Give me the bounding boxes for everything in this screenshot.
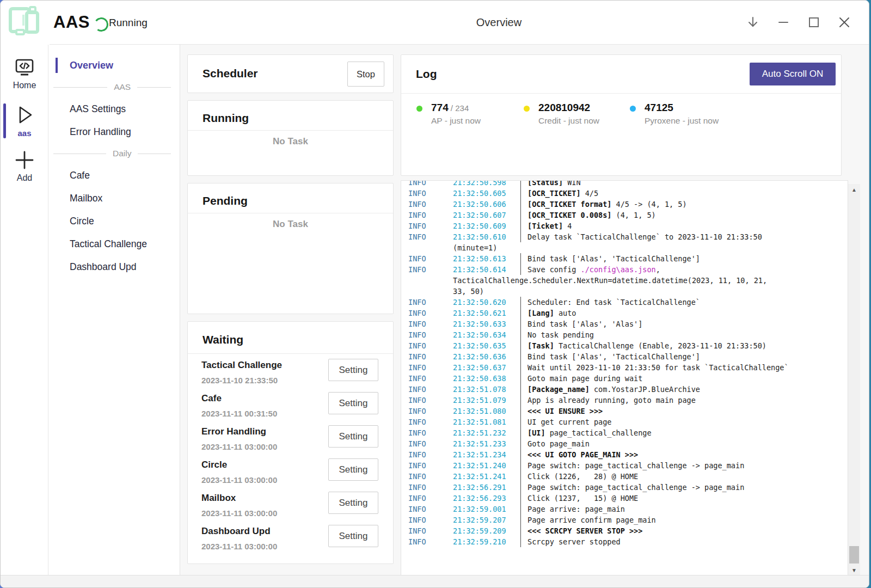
divider-line: [138, 154, 171, 154]
stat-value: 47125: [645, 102, 673, 114]
log-timestamp: 21:32:50.614: [453, 264, 520, 275]
task-setting-button[interactable]: Setting: [328, 525, 378, 547]
waiting-task-name: Circle: [201, 460, 227, 470]
log-separator: [520, 460, 527, 471]
scroll-up-arrow[interactable]: ▲: [848, 184, 860, 195]
sidebar-item-mailbox[interactable]: Mailbox: [49, 187, 180, 210]
log-line: INFO21:32:51.079App is already running, …: [408, 395, 848, 406]
waiting-task-row: Dashboard Upd2023-11-11 03:00:00Setting: [188, 524, 393, 557]
sidebar-item-label: Cafe: [70, 170, 90, 181]
task-setting-button[interactable]: Setting: [328, 392, 378, 414]
log-message: Bind task ['Alas', 'TacticalChallenge']: [527, 351, 848, 362]
log-separator: [520, 351, 527, 362]
log-timestamp: 21:32:51.241: [453, 471, 520, 482]
divider: [401, 93, 841, 94]
log-line: INFO21:32:50.614Save config ./config\aas…: [408, 264, 848, 275]
log-line: INFO21:32:50.633Bind task ['Alas', 'Alas…: [408, 318, 848, 329]
maximize-button[interactable]: [806, 14, 822, 30]
log-message: <<< UI ENSURE >>>: [527, 406, 848, 416]
log-separator: [520, 384, 527, 395]
task-setting-button[interactable]: Setting: [328, 458, 378, 481]
minimize-button[interactable]: [775, 14, 792, 30]
log-message: [UI] page_tactical_challenge: [527, 427, 848, 438]
log-message: UI get current page: [527, 416, 848, 427]
log-separator: [520, 264, 527, 275]
log-separator: [520, 449, 527, 460]
log-message: TacticalChallenge.Scheduler.NextRun=date…: [453, 275, 848, 286]
scroll-down-arrow[interactable]: ▼: [848, 565, 860, 575]
log-level: INFO: [408, 416, 453, 427]
log-level: INFO: [408, 471, 453, 482]
log-line: INFO21:32:50.606[OCR_TICKET format] 4/5 …: [408, 199, 848, 210]
running-card: Running No Task: [187, 100, 394, 176]
task-setting-button[interactable]: Setting: [328, 492, 378, 514]
auto-scroll-toggle-button[interactable]: Auto Scroll ON: [750, 63, 836, 85]
sidebar-item-dashboard-upd[interactable]: Dashboard Upd: [49, 255, 180, 278]
log-line: INFO21:32:50.613Bind task ['Alas', 'Tact…: [408, 253, 848, 264]
divider: [188, 213, 393, 213]
log-line: INFO21:32:50.620Scheduler: End task `Tac…: [408, 297, 848, 308]
log-line: INFO21:32:51.081UI get current page: [408, 416, 848, 427]
sidebar-item-aas-settings[interactable]: AAS Settings: [49, 97, 180, 120]
log-message: Delay task `TacticalChallenge` to 2023-1…: [527, 231, 848, 242]
log-level: INFO: [408, 308, 453, 318]
log-level: INFO: [408, 536, 453, 547]
divider: [188, 130, 393, 131]
waiting-task-row: Error Handling2023-11-11 03:00:00Setting: [188, 424, 393, 457]
log-timestamp: 21:32:50.607: [453, 210, 520, 220]
app-window: AAS Running Overview: [0, 0, 869, 588]
waiting-task-list: Tactical Challenge2023-11-10 21:33:50Set…: [188, 358, 393, 557]
log-message: Page switch: page_tactical_challenge -> …: [527, 482, 848, 493]
stat-caption: Credit - just now: [538, 116, 599, 126]
log-line: INFO21:32:50.638Goto main page during wa…: [408, 373, 848, 384]
sidebar-group-divider: AAS: [49, 77, 180, 97]
log-message: Page switch: page_tactical_challenge -> …: [527, 460, 848, 471]
log-timestamp: 21:32:56.293: [453, 493, 520, 504]
task-setting-button[interactable]: Setting: [328, 359, 378, 381]
log-separator: [520, 308, 527, 318]
stat-value: 774 / 234: [431, 102, 469, 114]
log-separator: [520, 525, 527, 536]
waiting-task-row: Circle2023-11-11 03:00:00Setting: [188, 457, 393, 491]
log-separator: [520, 318, 527, 329]
rail-item-home[interactable]: Home: [1, 57, 48, 90]
sidebar-item-error-handling[interactable]: Error Handling: [49, 120, 180, 143]
log-separator: [520, 297, 527, 308]
sidebar-group-divider: Daily: [49, 143, 180, 164]
log-line: INFO21:32:50.605[OCR_TICKET] 4/5: [408, 188, 848, 199]
close-button[interactable]: [836, 14, 852, 30]
update-download-button[interactable]: [745, 14, 761, 30]
log-level: INFO: [408, 188, 453, 199]
log-timestamp: 21:32:51.081: [453, 416, 520, 427]
log-indent: [408, 275, 453, 286]
sidebar-item-overview[interactable]: Overview: [49, 54, 180, 77]
log-line: TacticalChallenge.Scheduler.NextRun=date…: [408, 275, 848, 286]
sidebar-item-cafe[interactable]: Cafe: [49, 164, 180, 187]
task-setting-button[interactable]: Setting: [328, 425, 378, 448]
log-line: INFO21:32:50.621[Lang] auto: [408, 308, 848, 318]
waiting-task-time: 2023-11-11 03:00:00: [201, 475, 277, 485]
scrollbar-thumb[interactable]: [849, 546, 859, 564]
rail-item-add[interactable]: Add: [1, 149, 48, 183]
log-line: (minute=1): [408, 242, 848, 253]
log-separator: [520, 373, 527, 384]
log-timestamp: 21:32:56.291: [453, 482, 520, 493]
log-indent: [408, 286, 453, 297]
rail-item-aas[interactable]: aas: [1, 103, 48, 140]
log-timestamp: 21:32:51.233: [453, 438, 520, 449]
waiting-task-name: Error Handling: [201, 426, 266, 437]
stop-button[interactable]: Stop: [347, 62, 384, 87]
sidebar-item-circle[interactable]: Circle: [49, 210, 180, 232]
waiting-task-time: 2023-11-11 03:00:00: [201, 442, 277, 451]
sidebar-item-tactical-challenge[interactable]: Tactical Challenge: [49, 232, 180, 255]
log-line: INFO21:32:51.240Page switch: page_tactic…: [408, 460, 848, 471]
log-line: INFO21:32:51.080<<< UI ENSURE >>>: [408, 406, 848, 416]
log-line: INFO21:32:50.607[OCR_TICKET 0.008s] (4, …: [408, 210, 848, 220]
log-timestamp: 21:32:50.638: [453, 373, 520, 384]
log-level: INFO: [408, 438, 453, 449]
log-separator: [520, 427, 527, 438]
log-separator: [520, 220, 527, 231]
running-spinner-icon: [93, 16, 109, 33]
log-output-panel[interactable]: INFO21:32:50.598[Status] WININFO21:32:50…: [401, 180, 848, 576]
rail-home-label: Home: [13, 81, 36, 90]
